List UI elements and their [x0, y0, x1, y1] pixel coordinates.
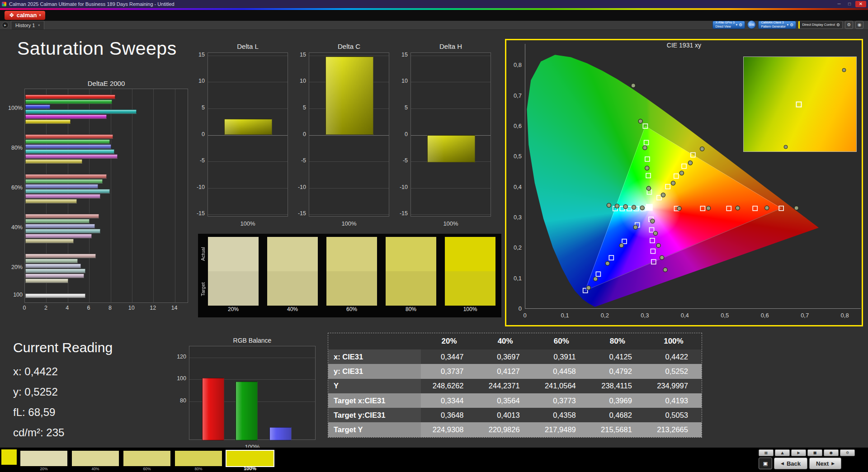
stop-button[interactable]: ■	[807, 449, 822, 456]
pattern-level-label: 20%	[20, 467, 67, 471]
pattern-generator-button[interactable]: CalMAN Client 3 Pattern Generator ▾ ⚙	[758, 21, 796, 29]
measured-point	[679, 171, 684, 175]
deltae-bar	[25, 104, 50, 109]
measured-point	[646, 186, 651, 190]
pattern-level-20[interactable]	[20, 451, 67, 466]
chart-title: RGB Balance	[189, 337, 316, 344]
delta-tick-label: 5	[392, 104, 408, 111]
deltae-x-tick-label: 0	[18, 305, 31, 311]
rgb-bar-R	[202, 378, 224, 440]
pattern-level-60[interactable]	[123, 451, 170, 466]
deltae-bar	[25, 194, 100, 198]
pattern-level-80[interactable]	[175, 451, 222, 466]
actual-row-label: Actual	[200, 237, 206, 271]
tab-label: History 1	[15, 23, 35, 28]
rgb-gridline	[189, 358, 315, 358]
delta-tick-label: -10	[291, 184, 306, 190]
deltae-bar	[25, 274, 84, 278]
meter-line2: Direct View	[715, 25, 734, 28]
play-button[interactable]: ▶	[791, 449, 806, 456]
rgb-tick-label: 80	[171, 397, 186, 404]
cie-y-tick-label: 0,2	[507, 244, 522, 251]
next-button[interactable]: Next ▶	[809, 458, 841, 469]
arrow-right-icon: ▸	[4, 23, 6, 27]
cie-y-tick-label: 0,7	[507, 92, 522, 99]
deltae-bar	[25, 94, 115, 99]
swatch-comparison-panel: ActualTarget20%40%60%80%100%	[198, 234, 501, 317]
current-reading-panel: Current Reading x: 0,4422y: 0,5252fL: 68…	[13, 340, 113, 447]
measured-point	[660, 255, 664, 260]
tab-history-1[interactable]: History 1 ▾	[11, 21, 44, 29]
meter-status-badge[interactable]: 698	[747, 20, 756, 29]
deltae-bar	[25, 234, 92, 238]
delta-gridline	[208, 188, 288, 189]
cie-x-tick-label: 0,2	[595, 312, 615, 319]
delta-tick-label: -5	[189, 157, 205, 164]
cie-y-tick-label: 0,6	[507, 123, 522, 129]
settings-button[interactable]: ⚙	[840, 449, 855, 456]
pattern-level-40[interactable]	[72, 451, 119, 466]
target-row-label: Target	[200, 272, 206, 307]
arrow-up-button[interactable]: ▲	[775, 449, 790, 456]
title-bar: Calman 2025 Calman Ultimate for Business…	[0, 0, 868, 8]
pattern-level-label: 40%	[72, 467, 119, 471]
power-button[interactable]: ◉	[855, 21, 863, 29]
calman-menu-button[interactable]: ❖ calman ▾	[5, 11, 45, 20]
display-control-button[interactable]: Direct Display Control ⚙	[798, 21, 843, 29]
target-point	[650, 228, 654, 232]
window-title: Calman 2025 Calman Ultimate for Business…	[9, 1, 175, 7]
cie-x-tick-label: 0,6	[755, 312, 775, 319]
meter-button[interactable]: X-Rite i1Pro 3 Direct View ▾ ⚙	[712, 21, 745, 29]
maximize-button[interactable]: □	[845, 1, 854, 7]
delta-c-chart: Delta C 151050-5-10-15100%	[291, 42, 408, 232]
cie-y-tick-label: 0,1	[507, 275, 522, 282]
measured-point	[661, 193, 665, 197]
record-button[interactable]: ●	[824, 449, 839, 456]
actual-swatch	[267, 237, 318, 271]
delta-gridline	[411, 109, 491, 109]
minimize-button[interactable]: ─	[835, 1, 844, 7]
target-point	[753, 206, 757, 211]
deltae-x-tick-label: 14	[168, 305, 181, 311]
target-point	[674, 174, 679, 179]
display-control-label: Direct Display Control	[802, 23, 835, 27]
table-cell: 0,4792	[590, 364, 646, 378]
pattern-grid-button[interactable]: ▦	[759, 449, 774, 456]
current-reading-title: Current Reading	[13, 340, 113, 355]
delta-gridline	[309, 135, 389, 136]
arrow-right-icon: ▶	[831, 461, 835, 466]
pattern-window-button[interactable]: ▣	[759, 458, 772, 469]
rgb-balance-chart: RGB Balance 12010080100%	[171, 337, 320, 454]
delta-gridline	[208, 109, 288, 109]
measured-point	[645, 166, 649, 170]
settings-button[interactable]: ⚙	[845, 21, 853, 29]
delta-tick-label: 10	[392, 78, 408, 84]
deltae-bar	[25, 114, 107, 119]
rgb-bar-B	[269, 427, 292, 440]
delta-tick-label: 15	[291, 52, 306, 58]
measured-point	[619, 243, 623, 247]
delta-l-chart: Delta L 151050-5-10-15100%	[189, 42, 307, 232]
pattern-level-100[interactable]	[226, 451, 274, 466]
deltae-bar	[25, 174, 107, 179]
target-point	[596, 272, 600, 276]
logo-bar: ❖ calman ▾	[0, 10, 868, 21]
delta-x-label: 100%	[309, 220, 389, 227]
target-point	[609, 255, 613, 260]
deltae-x-tick-label: 2	[39, 305, 52, 311]
deltae-bar	[25, 224, 95, 228]
close-button[interactable]: ✕	[855, 1, 866, 7]
table-cell: 238,4115	[590, 379, 646, 393]
back-button[interactable]: ◀ Back	[774, 458, 807, 469]
gear-icon: ⚙	[847, 22, 851, 27]
deltae-bar	[25, 184, 98, 189]
target-point	[622, 239, 627, 244]
measured-point	[638, 119, 642, 123]
history-nav-button[interactable]: ▸	[2, 22, 9, 28]
deltae-bar	[25, 239, 74, 243]
table-cell: 248,6262	[421, 379, 477, 393]
swatch-column-label: 100%	[445, 306, 495, 312]
chart-title: Delta H	[410, 42, 491, 50]
gear-icon: ⚙	[836, 23, 840, 27]
measured-point	[640, 206, 644, 210]
